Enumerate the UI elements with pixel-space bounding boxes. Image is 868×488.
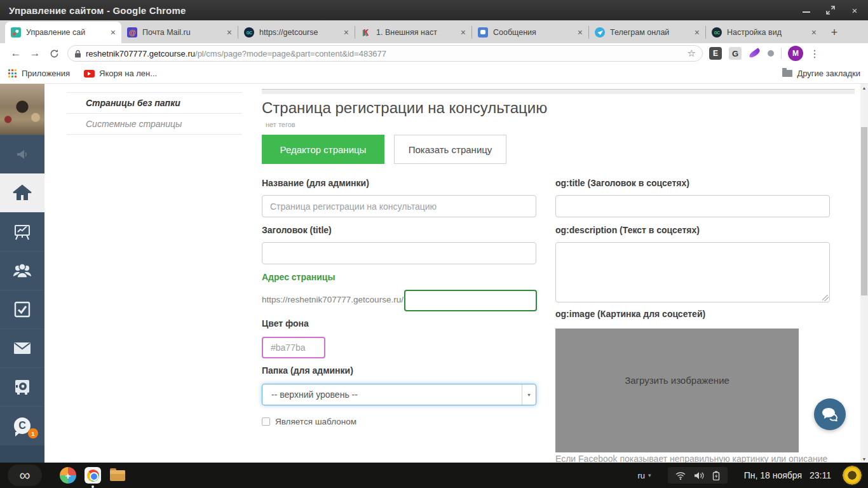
- extension-g-icon[interactable]: G: [729, 47, 742, 60]
- tab-close-icon[interactable]: ×: [695, 27, 700, 37]
- chrome-icon[interactable]: [85, 467, 101, 484]
- pages-item-system[interactable]: Системные страницы: [67, 113, 242, 135]
- window-title: Управление сайтом - Google Chrome: [9, 5, 186, 16]
- address-bar[interactable]: reshetnik707777.getcourse.ru/pl/cms/page…: [67, 45, 703, 62]
- tab-close-icon[interactable]: ×: [227, 27, 232, 37]
- editor-button[interactable]: Редактор страницы: [262, 135, 384, 164]
- volume-icon: [694, 471, 704, 480]
- extension-circle-icon[interactable]: [768, 50, 774, 57]
- bookmark-youtube[interactable]: Якоря на лен...: [84, 69, 157, 78]
- og-description-textarea[interactable]: [555, 242, 830, 302]
- getcourse-dark-icon: GC: [712, 27, 722, 37]
- tab-close-icon[interactable]: ×: [811, 27, 817, 37]
- app-center-icon[interactable]: +: [60, 467, 76, 484]
- title-input[interactable]: [262, 242, 536, 264]
- back-icon[interactable]: ←: [6, 44, 25, 62]
- home-icon: [13, 184, 32, 202]
- sidebar-item-support[interactable]: C 1: [0, 406, 44, 445]
- tab-2[interactable]: @Почта Mail.ru×: [121, 22, 238, 43]
- date-text: Пн, 18 ноября: [744, 470, 802, 480]
- tab-1[interactable]: Управление сай×: [5, 22, 121, 43]
- bg-color-input[interactable]: [262, 337, 325, 358]
- bookmark-apps[interactable]: Приложения: [8, 69, 70, 78]
- og-title-input[interactable]: [555, 195, 830, 217]
- tab-label: Телеграм онлай: [610, 28, 691, 37]
- bookmark-star-icon[interactable]: ☆: [688, 48, 696, 59]
- reload-icon[interactable]: [44, 44, 64, 62]
- sidebar-item-trainings[interactable]: [0, 212, 44, 251]
- file-manager-icon[interactable]: [109, 467, 126, 484]
- other-bookmarks[interactable]: Другие закладки: [782, 69, 860, 78]
- sidebar-item-finance[interactable]: [0, 367, 44, 406]
- clock[interactable]: Пн, 18 ноября23:11: [744, 470, 831, 480]
- window-titlebar: Управление сайтом - Google Chrome ×: [0, 0, 868, 20]
- tab-6[interactable]: Телеграм онлай×: [589, 22, 705, 43]
- tab-close-icon[interactable]: ×: [461, 27, 466, 37]
- getcourse-page-icon: [11, 27, 21, 37]
- chat-bubbles-icon: [822, 407, 838, 421]
- tab-close-icon[interactable]: ×: [111, 27, 116, 37]
- bg-color-label: Цвет фона: [262, 318, 309, 329]
- os-logo-icon[interactable]: ∞: [8, 464, 42, 486]
- page-content: C 1 Страницы без папки Системные страниц…: [0, 84, 868, 463]
- user-avatar[interactable]: [843, 466, 862, 485]
- pages-item-no-folder[interactable]: Страницы без папки: [67, 92, 242, 113]
- og-description-label: og:description (Текст в соцсетях): [555, 225, 700, 235]
- page-scrollbar[interactable]: ▲ ▼: [860, 84, 868, 463]
- tags-note[interactable]: нет тегов: [266, 121, 295, 128]
- profile-photo[interactable]: [0, 84, 44, 135]
- system-tray[interactable]: [668, 467, 728, 484]
- sidebar-item-tasks[interactable]: [0, 290, 44, 329]
- toolbar-divider: [781, 48, 782, 59]
- template-checkbox-label: Является шаблоном: [275, 417, 356, 426]
- address-prefix: https://reshetnik707777.getcourse.ru/: [262, 295, 403, 304]
- chrome-menu-icon[interactable]: ⋮: [810, 48, 820, 60]
- facebook-note: Если Facebook показывает неправильную ка…: [555, 454, 827, 463]
- tab-label: Сообщения: [493, 28, 574, 37]
- language-indicator[interactable]: ru: [638, 471, 646, 480]
- tab-5[interactable]: Сообщения×: [472, 22, 588, 43]
- url-path: /pl/cms/page?mode=page&part=content&id=4…: [195, 49, 386, 58]
- tab-3[interactable]: GChttps://getcourse×: [238, 22, 355, 43]
- url-host: reshetnik707777.getcourse.ru: [86, 49, 195, 58]
- tab-close-icon[interactable]: ×: [344, 27, 349, 37]
- restore-icon[interactable]: [826, 6, 835, 15]
- new-tab-button[interactable]: +: [826, 24, 843, 41]
- template-checkbox[interactable]: [262, 417, 270, 426]
- tab-close-icon[interactable]: ×: [578, 27, 583, 37]
- close-icon[interactable]: ×: [850, 6, 859, 15]
- sidebar-item-users[interactable]: [0, 251, 44, 290]
- tab-4[interactable]: К1. Внешняя наст×: [355, 22, 471, 43]
- sidebar-item-site[interactable]: [0, 173, 44, 212]
- extension-feather-icon[interactable]: [748, 48, 761, 58]
- chart-easel-icon: [13, 223, 31, 241]
- show-page-button[interactable]: Показать страницу: [394, 135, 506, 164]
- name-input[interactable]: [262, 195, 536, 217]
- scroll-down-icon[interactable]: ▼: [860, 455, 868, 463]
- time-text: 23:11: [810, 470, 831, 480]
- extension-e-icon[interactable]: E: [709, 47, 722, 60]
- scrollbar-thumb[interactable]: [861, 127, 867, 295]
- name-label: Название (для админки): [262, 178, 369, 188]
- tab-label: 1. Внешняя наст: [376, 28, 457, 37]
- scroll-up-icon[interactable]: ▲: [860, 84, 868, 92]
- folder-select[interactable]: -- верхний уровень -- ▼: [262, 384, 536, 405]
- sidebar-item-announcements[interactable]: [0, 135, 44, 173]
- editor-top-strip: [262, 89, 855, 94]
- bookmarks-bar: Приложения Якоря на лен... Другие заклад…: [0, 64, 868, 84]
- chat-widget-button[interactable]: [814, 398, 846, 430]
- sidebar-item-mail[interactable]: [0, 329, 44, 367]
- folder-select-value: -- верхний уровень --: [271, 390, 358, 400]
- forward-icon[interactable]: →: [25, 44, 44, 62]
- tab-label: https://getcourse: [259, 28, 340, 37]
- address-input[interactable]: [404, 290, 537, 311]
- upload-image-label: Загрузить изображение: [555, 375, 799, 386]
- minimize-icon[interactable]: [802, 6, 811, 15]
- tab-7[interactable]: GCНастройка вид×: [706, 22, 822, 43]
- users-icon: [13, 262, 32, 279]
- og-image-upload[interactable]: Загрузить изображение: [555, 329, 799, 452]
- profile-avatar[interactable]: M: [788, 46, 803, 61]
- resize-grip-icon[interactable]: [822, 295, 829, 301]
- og-title-label: og:title (Заголовок в соцсетях): [555, 178, 689, 188]
- template-checkbox-row: Является шаблоном: [262, 417, 356, 426]
